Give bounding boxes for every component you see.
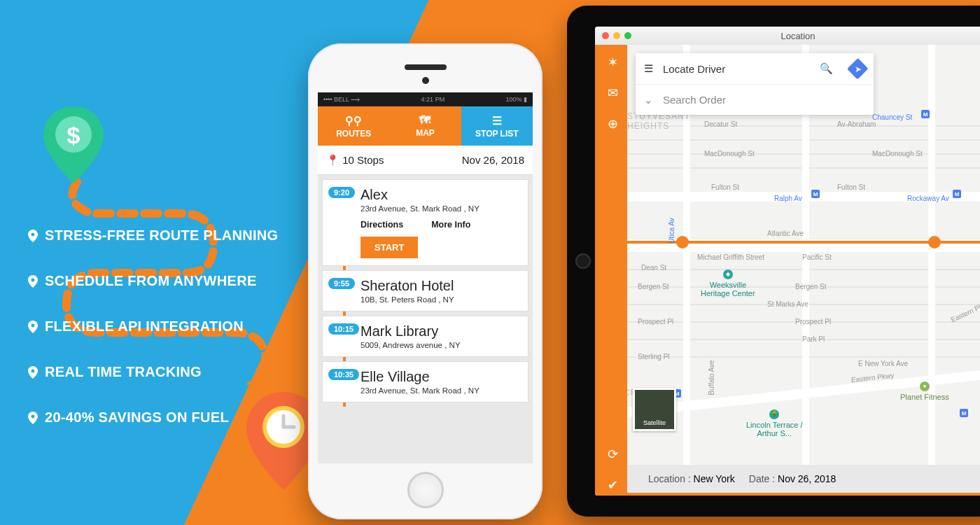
window-titlebar: Location xyxy=(595,27,980,45)
pin-icon xyxy=(28,366,38,379)
road-label: Fulton St xyxy=(711,183,739,191)
stop-card[interactable]: 10:15 Mark Library 5009, Andrews avenue … xyxy=(322,316,528,357)
play-icon[interactable]: ⟳ xyxy=(608,447,618,462)
routes-icon: ⚲⚲ xyxy=(345,114,362,127)
tab-map[interactable]: 🗺 MAP xyxy=(389,106,461,146)
stop-name: Elle Village xyxy=(360,369,519,385)
menu-icon[interactable]: ☰ xyxy=(644,62,653,75)
list-icon: ☰ xyxy=(492,114,502,127)
poi-icon: 🌳 xyxy=(769,410,779,419)
maximize-icon[interactable] xyxy=(624,32,631,39)
stop-card[interactable]: 9:55 Sheraton Hotel 10B, St. Peters Road… xyxy=(322,270,528,312)
tab-stoplist[interactable]: ☰ STOP LIST xyxy=(461,106,533,146)
road-label: E New York Ave xyxy=(858,360,908,368)
app-window: Location ✶ ✉ ⊕ ⟳ ✔ ☰ Locate Driver 🔍 ➤ xyxy=(595,27,980,496)
route-line xyxy=(627,241,980,244)
location-value: New York xyxy=(694,473,735,484)
stop-address: 23rd Avenue, St. Mark Road , NY xyxy=(360,386,519,395)
chevron-down-icon[interactable]: ⌄ xyxy=(644,94,653,106)
road-label: Prospect Pl xyxy=(795,318,831,326)
road-label: Chauncey St xyxy=(872,113,912,121)
poi-label: ◆ Weeksville Heritage Center xyxy=(701,269,755,298)
road-label: Pacific St xyxy=(802,253,832,261)
start-button[interactable]: START xyxy=(360,237,418,258)
stops-summary: 📍 10 Stops Nov 26, 2018 xyxy=(318,146,533,175)
feature-item: FLEXIBLE API INTEGRATION xyxy=(28,318,278,335)
phone-speaker xyxy=(405,64,447,70)
feature-list: STRESS-FREE ROUTE PLANNING SCHEDULE FROM… xyxy=(28,227,278,455)
date-value: Nov 26, 2018 xyxy=(778,473,836,484)
stop-name: Mark Library xyxy=(360,323,519,340)
star-icon[interactable]: ✶ xyxy=(608,55,618,70)
feature-item: STRESS-FREE ROUTE PLANNING xyxy=(28,227,278,244)
map-icon: 🗺 xyxy=(419,114,430,127)
pin-icon xyxy=(28,412,38,424)
poi-label: 🌳 Lincoln Terrace / Arthur S... xyxy=(746,409,803,438)
metro-icon: M xyxy=(811,190,820,198)
road-label: Rockaway Av xyxy=(907,195,949,202)
directions-link[interactable]: Directions xyxy=(360,220,403,230)
minimize-icon[interactable] xyxy=(613,32,620,39)
phone-camera xyxy=(422,77,429,84)
feature-text: 20-40% SAVINGS ON FUEL xyxy=(45,410,229,426)
stop-name: Sheraton Hotel xyxy=(360,278,519,294)
stops-date: Nov 26, 2018 xyxy=(462,154,524,166)
search-input[interactable]: Locate Driver xyxy=(663,63,810,75)
road-label: MacDonough St xyxy=(704,150,755,158)
tab-label: ROUTES xyxy=(336,129,371,139)
road-label: Fulton St xyxy=(837,183,865,191)
directions-icon[interactable]: ➤ xyxy=(846,57,868,79)
road-label: Bergen St xyxy=(795,283,826,290)
metro-icon: M xyxy=(921,110,930,118)
location-label: Location : xyxy=(648,473,691,484)
feature-text: STRESS-FREE ROUTE PLANNING xyxy=(45,227,278,244)
stop-time: 10:35 xyxy=(328,369,359,380)
stop-card[interactable]: 10:35 Elle Village 23rd Avenue, St. Mark… xyxy=(322,361,528,402)
poi-icon: ◆ xyxy=(723,270,733,279)
svg-text:$: $ xyxy=(67,122,80,148)
map-search-panel: ☰ Locate Driver 🔍 ➤ ⌄ Search Order xyxy=(636,53,874,115)
poi-icon: ● xyxy=(920,382,930,391)
pin-icon xyxy=(28,321,38,333)
route-stop-dot[interactable] xyxy=(676,236,689,248)
more-info-link[interactable]: More Info xyxy=(431,220,470,230)
satellite-toggle[interactable]: Satellite xyxy=(633,388,676,431)
road-label: St Marks Ave xyxy=(767,300,808,308)
check-icon[interactable]: ✔ xyxy=(608,477,618,493)
route-stop-dot[interactable] xyxy=(928,236,941,248)
status-bar: •••• BELL ⟶ 4:21 PM 100% ▮ xyxy=(318,92,533,106)
tab-routes[interactable]: ⚲⚲ ROUTES xyxy=(318,106,389,146)
tab-label: MAP xyxy=(416,128,435,138)
stop-time: 9:55 xyxy=(328,278,355,289)
stop-card[interactable]: 9:20 Alex 23rd Avenue, St. Mark Road , N… xyxy=(322,179,528,266)
app-body: ✶ ✉ ⊕ ⟳ ✔ ☰ Locate Driver 🔍 ➤ ⌄ xyxy=(595,45,980,496)
stop-address: 10B, St. Peters Road , NY xyxy=(360,295,519,304)
road-label: Prospect Pl xyxy=(638,318,673,326)
status-right: 100% ▮ xyxy=(505,96,527,103)
phone-device: •••• BELL ⟶ 4:21 PM 100% ▮ ⚲⚲ ROUTES 🗺 M… xyxy=(308,43,542,519)
map-content: ☰ Locate Driver 🔍 ➤ ⌄ Search Order xyxy=(627,45,980,493)
tab-label: STOP LIST xyxy=(475,129,519,139)
road-label: Av-Abraham xyxy=(837,120,876,128)
stop-time: 10:15 xyxy=(328,323,359,335)
feature-text: REAL TIME TRACKING xyxy=(45,364,202,380)
close-icon[interactable] xyxy=(602,32,609,39)
sidebar: ✶ ✉ ⊕ ⟳ ✔ xyxy=(598,45,627,493)
search-icon[interactable]: 🔍 xyxy=(820,62,833,75)
road-label: Decatur St xyxy=(704,120,737,128)
search-order-input[interactable]: Search Order xyxy=(663,94,865,106)
pin-icon xyxy=(28,275,38,288)
feature-item: REAL TIME TRACKING xyxy=(28,364,278,380)
add-icon[interactable]: ⊕ xyxy=(608,116,618,132)
feature-text: FLEXIBLE API INTEGRATION xyxy=(45,318,244,335)
mail-icon[interactable]: ✉ xyxy=(608,85,618,101)
status-footer: Location : New York Date : Nov 26, 2018 xyxy=(627,465,980,493)
road-label: Park Pl xyxy=(802,335,825,343)
poi-label: ● Planet Fitness xyxy=(900,381,949,401)
stop-list[interactable]: 9:20 Alex 23rd Avenue, St. Mark Road , N… xyxy=(318,175,533,407)
phone-home-button[interactable] xyxy=(407,472,444,508)
tablet-home-button[interactable] xyxy=(575,253,591,269)
status-time: 4:21 PM xyxy=(421,96,445,103)
tab-bar: ⚲⚲ ROUTES 🗺 MAP ☰ STOP LIST xyxy=(318,106,533,146)
road-label: MacDonough St xyxy=(872,150,923,158)
